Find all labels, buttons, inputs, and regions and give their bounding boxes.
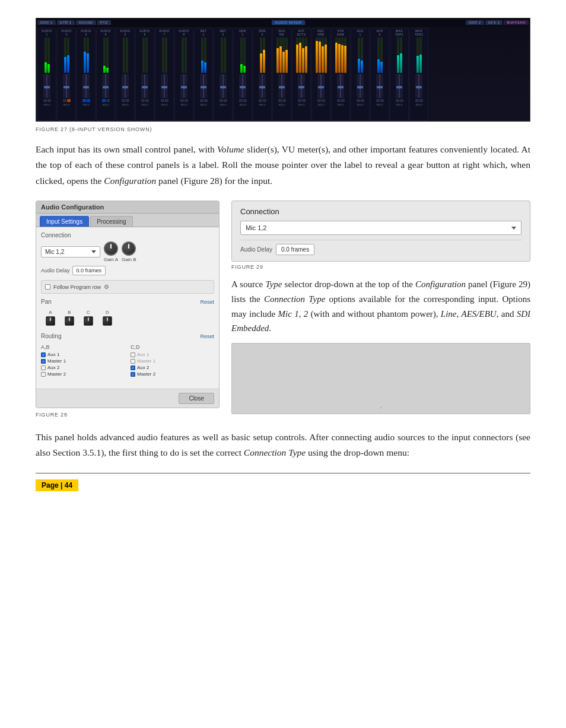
ch-btn-a-ddr1[interactable] — [239, 99, 243, 102]
ch-fader-audio4[interactable] — [102, 74, 109, 98]
ch-btn-a4[interactable] — [102, 99, 106, 102]
ch-btn-b-master1[interactable] — [400, 99, 403, 102]
ch-btn-a1[interactable] — [43, 99, 47, 102]
ch-btn-b4[interactable] — [106, 99, 110, 102]
routing-check-master1-ab[interactable] — [41, 359, 46, 364]
routing-check-master2-ab[interactable] — [41, 372, 46, 377]
connection-dropdown[interactable]: Mic 1,2 — [41, 246, 100, 257]
ch-btn-a-aux1[interactable] — [357, 99, 360, 102]
conn-delay-value[interactable]: 0.0 frames — [276, 244, 314, 255]
ch-btn-a-master1[interactable] — [396, 99, 399, 102]
ch-fader-audio7[interactable] — [161, 74, 168, 98]
ch-fader-net2[interactable] — [220, 74, 227, 98]
ch-fader-ddr1[interactable] — [239, 74, 246, 98]
mixer-tab-gfx2[interactable]: GFX 2 — [485, 20, 503, 25]
ch-label-audio2: AUDIO2 — [61, 29, 71, 36]
ch-fader-master1[interactable] — [396, 74, 403, 98]
ch-fader-aux1[interactable] — [357, 74, 364, 98]
ch-fader-record[interactable] — [317, 74, 325, 98]
mixer-tab-audiomixer[interactable]: AUDIO MIXER — [272, 20, 304, 25]
ch-btn-b-master2[interactable] — [419, 99, 423, 102]
ch-btn-a-ddr2[interactable] — [259, 99, 262, 102]
pan-knob-b[interactable] — [65, 316, 74, 326]
gear-icon[interactable]: ⚙ — [104, 284, 109, 290]
ch-btn-b2[interactable] — [67, 99, 71, 102]
ch-btn-a-record[interactable] — [317, 99, 321, 102]
delay-value[interactable]: 0.0 frames — [72, 266, 106, 275]
ch-btn-b-net2[interactable] — [224, 99, 227, 102]
figure29-caption: FIGURE 29 — [231, 264, 530, 270]
ch-btn-a3[interactable] — [82, 99, 86, 102]
mixer-tab-ddr2[interactable]: DDR 2 — [466, 20, 484, 25]
pan-reset-button[interactable]: Reset — [200, 299, 214, 305]
ch-btn-b6[interactable] — [145, 99, 149, 102]
ch-btn-b-effects[interactable] — [302, 99, 306, 102]
ch-fader-audio1[interactable] — [43, 74, 50, 98]
ch-btn-b-record[interactable] — [322, 99, 325, 102]
ch-fader-audio6[interactable] — [141, 74, 148, 98]
tab-processing[interactable]: Processing — [90, 216, 132, 227]
follow-checkbox[interactable] — [45, 284, 50, 290]
pan-knob-a[interactable] — [46, 316, 55, 326]
ch-btn-a-stream[interactable] — [337, 99, 341, 102]
ch-fader-effects[interactable] — [298, 74, 305, 98]
ch-btn-b-ddr2[interactable] — [263, 99, 266, 102]
ch-btn-a2[interactable] — [63, 99, 66, 102]
ch-btn-a-net2[interactable] — [220, 99, 223, 102]
ch-btn-a-master2[interactable] — [415, 99, 419, 102]
ch-btn-b1[interactable] — [47, 99, 51, 102]
ch-btn-b8[interactable] — [185, 99, 188, 102]
routing-check-aux1-cd[interactable] — [131, 352, 135, 357]
ch-fader-audio5[interactable] — [122, 74, 129, 98]
mixer-tab-ptz[interactable]: PTZ — [97, 20, 111, 25]
ch-btn-a-effects[interactable] — [298, 99, 301, 102]
ch-label-stream: STREAM — [337, 29, 344, 36]
ch-btn-a6[interactable] — [141, 99, 145, 102]
ch-fader-audio8[interactable] — [180, 74, 187, 98]
ch-btn-b-ddr1[interactable] — [243, 99, 247, 102]
ch-btn-b-sound[interactable] — [282, 99, 286, 102]
ch-btn-b3[interactable] — [87, 99, 90, 102]
ch-btn-b5[interactable] — [126, 99, 129, 102]
ch-btn-a-net1[interactable] — [200, 99, 203, 102]
ch-btn-b-aux2[interactable] — [380, 99, 384, 102]
mixer-tab-gtr1[interactable]: GTR 1 — [57, 20, 75, 25]
follow-program-row[interactable]: Follow Program row ⚙ — [41, 280, 214, 294]
ch-fader-aux2[interactable] — [376, 74, 383, 98]
ch-fader-stream[interactable] — [337, 74, 344, 98]
routing-reset-button[interactable]: Reset — [200, 333, 214, 339]
ch-fader-ddr2[interactable] — [259, 74, 266, 98]
gain-a-knob[interactable] — [104, 241, 118, 256]
mixer-tab-ddr1[interactable]: DDR 1 — [37, 20, 56, 25]
tab-input-settings[interactable]: Input Settings — [40, 216, 89, 227]
ch-fader-master2[interactable] — [415, 74, 422, 98]
ch-fader-sound[interactable] — [278, 74, 285, 98]
ch-btn-b-stream[interactable] — [341, 99, 345, 102]
ch-btn-b-aux1[interactable] — [361, 99, 364, 102]
ch-btn-a5[interactable] — [122, 99, 125, 102]
mixer-tab-sound[interactable]: SOUND — [76, 20, 96, 25]
ch-fader-audio3[interactable] — [82, 74, 90, 98]
close-button[interactable]: Close — [179, 393, 214, 404]
routing-check-master1-cd[interactable] — [131, 359, 135, 364]
routing-check-aux2-ab[interactable] — [41, 365, 46, 370]
ch-btn-a-sound[interactable] — [278, 99, 282, 102]
routing-item-aux1-cd: Aux 1 — [131, 352, 214, 357]
ch-btn-b-net1[interactable] — [204, 99, 208, 102]
pan-group-b: B — [65, 310, 74, 326]
routing-check-master2-cd[interactable] — [131, 372, 135, 377]
routing-check-aux2-cd[interactable] — [131, 365, 135, 370]
connection-panel-dropdown[interactable]: Mic 1,2 — [240, 221, 522, 235]
connection-panel-title: Connection — [240, 207, 522, 216]
mixer-tab-buffers[interactable]: BUFFERS — [504, 20, 529, 25]
ch-fader-net1[interactable] — [200, 74, 207, 98]
pan-knob-c[interactable] — [84, 316, 93, 326]
ch-btn-b7[interactable] — [165, 99, 168, 102]
gain-b-knob[interactable] — [122, 241, 136, 256]
pan-knob-d[interactable] — [103, 316, 112, 326]
ch-fader-audio2[interactable] — [63, 74, 70, 98]
ch-btn-a8[interactable] — [180, 99, 184, 102]
ch-btn-a-aux2[interactable] — [376, 99, 380, 102]
ch-btn-a7[interactable] — [161, 99, 164, 102]
routing-check-aux1-ab[interactable] — [41, 352, 46, 357]
